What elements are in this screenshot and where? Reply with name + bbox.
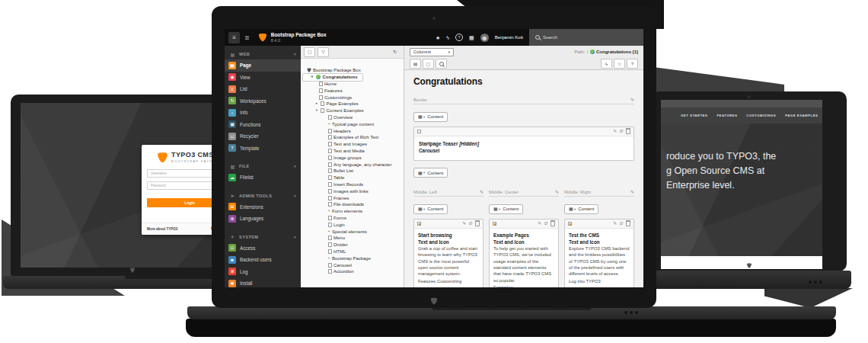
tree-node[interactable]: Carousel (303, 261, 356, 268)
module-menu-item[interactable]: ▦ Functions (225, 119, 301, 131)
tree-node-label[interactable]: Bootstrap Package (332, 256, 371, 261)
site-nav-item[interactable]: CUSTOMIZINGS (746, 114, 776, 117)
clear-cache-bolt-icon[interactable]: ϟ (446, 35, 449, 40)
tree-node[interactable]: Overview (303, 114, 357, 121)
tree-node[interactable]: Forms (303, 215, 351, 222)
edit-icon[interactable]: ✎ (538, 221, 541, 226)
tree-node[interactable]: ÷ Form elements (303, 208, 367, 215)
refresh-icon[interactable]: ↻ (389, 47, 400, 57)
tree-node[interactable]: HTML (303, 248, 350, 255)
tree-node[interactable]: File downloads (303, 201, 369, 208)
tree-node[interactable]: Examples of Rich Text (303, 134, 383, 141)
tree-node[interactable]: Bullet List (303, 168, 358, 175)
tree-node[interactable]: Any language, any character (303, 161, 396, 168)
tree-node-label[interactable]: Text and Media (333, 149, 365, 153)
tree-node-label[interactable]: File downloads (333, 202, 364, 207)
module-menu-item[interactable]: ⊞ Extensions (225, 201, 301, 213)
cache-icon[interactable]: ▤ (410, 59, 421, 69)
tree-node-label[interactable]: Any language, any character (333, 162, 391, 167)
element-links[interactable]: Features Customizing (418, 278, 479, 284)
tree-node[interactable]: Frames (303, 194, 353, 201)
tree-node-label[interactable]: Content Examples (327, 108, 364, 113)
content-element-teaser[interactable]: ✎ Ø Startpage Teaser [Hidden] Carousel (413, 127, 634, 161)
tree-node-label[interactable]: Menu (333, 236, 345, 240)
edit-column-icon[interactable]: ✎ (555, 190, 559, 194)
tree-node[interactable]: Table (303, 175, 349, 181)
module-menu-item[interactable]: ✱ Install (225, 277, 301, 287)
tree-node-label[interactable]: HTML (333, 249, 346, 254)
tree-node[interactable]: Menu (303, 235, 349, 242)
tree-node-label[interactable]: Form elements (332, 209, 362, 213)
add-content-button[interactable]: ▦ + Content (413, 204, 448, 214)
tree-node[interactable]: Text and Images (303, 141, 372, 148)
help-icon[interactable]: ? (627, 59, 638, 69)
tree-node-label[interactable]: Overview (333, 115, 353, 120)
tree-node-label[interactable]: Image groups (333, 155, 362, 160)
help-icon[interactable]: ? (455, 34, 463, 41)
edit-column-icon[interactable]: ✎ (630, 190, 634, 194)
tree-node[interactable]: Text and Media (303, 148, 369, 155)
document-icon[interactable]: ▢ (423, 59, 434, 69)
tree-node[interactable]: Features (303, 87, 347, 94)
section-admin-tools[interactable]: ➤ ADMIN TOOLS ▾ (225, 191, 301, 201)
tree-node-label[interactable]: Customizings (324, 95, 352, 100)
edit-column-icon[interactable]: ✎ (630, 98, 634, 102)
tree-node[interactable]: ▾ Content Examples (303, 107, 369, 114)
module-menu-item[interactable]: Ω Access (225, 242, 301, 255)
tree-node-label[interactable]: Congratulations (323, 75, 358, 79)
module-menu-item[interactable]: T Template (225, 143, 301, 155)
columns-select[interactable]: Columns ▾ (410, 48, 454, 56)
tree-node[interactable]: Home (303, 81, 341, 88)
pagetree-toggle-icon[interactable]: ≣ (244, 34, 250, 41)
tree-node[interactable]: Accordion (303, 268, 359, 275)
delete-icon[interactable] (626, 220, 630, 226)
edit-icon[interactable]: ✎ (613, 221, 617, 226)
tree-node-label[interactable]: Insert Records (333, 182, 363, 187)
edit-column-icon[interactable]: ✎ (480, 190, 483, 194)
tree-node[interactable]: Insert Records (303, 181, 368, 188)
edit-icon[interactable]: ✎ (462, 221, 466, 226)
current-page-label[interactable]: Congratulations [1] (596, 50, 638, 54)
tree-node-label[interactable]: Table (333, 175, 344, 180)
tree-node-label[interactable]: Features (324, 88, 343, 93)
module-menu-item[interactable]: ≡ List (225, 83, 301, 95)
module-menu-item[interactable]: ↻ Workspaces (225, 95, 301, 107)
module-menu-item[interactable]: ▤ Page (225, 59, 301, 72)
menu-toggle-icon[interactable]: ≡ (228, 32, 240, 43)
section-file[interactable]: ▥ FILE ▾ (225, 161, 301, 172)
module-menu-item[interactable]: ⊔ Recycler (225, 130, 301, 143)
tree-node-label[interactable]: Divider (333, 242, 348, 247)
tree-caret-icon[interactable]: ▾ (315, 109, 319, 113)
visibility-icon[interactable]: Ø (544, 221, 548, 226)
tree-node-label[interactable]: Frames (333, 196, 349, 200)
tree-caret-icon[interactable]: ▸ (315, 102, 319, 106)
tree-node-label[interactable]: Carousel (333, 263, 352, 268)
search-input[interactable]: Search (529, 29, 643, 46)
site-nav-item[interactable]: PAGE EXAMPLES (785, 114, 818, 117)
delete-icon[interactable] (550, 220, 555, 226)
tree-node-label[interactable]: Typical page content (332, 122, 374, 127)
content-element[interactable]: ✎ Ø Test the CMS Text and Icon (564, 219, 634, 287)
element-links[interactable]: Examples (493, 284, 554, 287)
filter-icon[interactable]: ▽ (318, 47, 329, 57)
bookmark-icon[interactable]: ☆ (614, 59, 625, 69)
tree-node-label[interactable]: Page Examples (327, 101, 359, 106)
tree-node-label[interactable]: Examples of Rich Text (333, 135, 378, 139)
site-nav-item[interactable]: GET STARTED (681, 114, 708, 117)
section-system[interactable]: ✦ SYSTEM ▾ (225, 232, 301, 242)
tree-node[interactable]: Headers (303, 127, 356, 134)
section-web[interactable]: ▤ WEB ▾ (225, 49, 301, 59)
content-element[interactable]: ✎ Ø Example Pages Text and Icon (489, 219, 559, 287)
tree-node[interactable]: ▸ Page Examples (303, 101, 363, 107)
module-menu-item[interactable]: ☻ Backend users (225, 254, 301, 266)
tree-node-label[interactable]: Images with links (333, 189, 369, 194)
tree-caret-icon[interactable]: ▾ (311, 75, 314, 79)
tree-node[interactable]: ÷ Typical page content (303, 120, 378, 127)
add-content-button[interactable]: ▦ + Content (413, 112, 448, 122)
tree-node-label[interactable]: Bullet List (333, 168, 353, 173)
tree-node[interactable]: Image groups (303, 154, 366, 161)
tree-node[interactable]: Divider (303, 242, 353, 248)
edit-icon[interactable]: ✎ (613, 129, 617, 133)
tree-node[interactable]: ▾ Congratulations (303, 74, 362, 81)
delete-icon[interactable] (475, 220, 480, 226)
